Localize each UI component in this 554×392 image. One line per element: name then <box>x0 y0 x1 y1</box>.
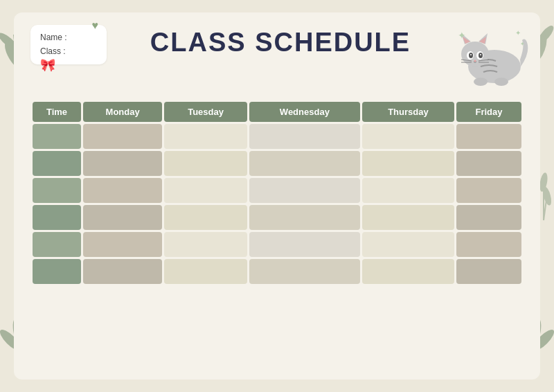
cell-tuesday-1[interactable] <box>164 124 247 149</box>
cell-tuesday-3[interactable] <box>164 178 247 203</box>
cell-friday-3[interactable] <box>456 178 521 203</box>
cell-thursday-5[interactable] <box>362 232 454 257</box>
heart-icon: ♥ <box>92 19 99 32</box>
cell-thursday-3[interactable] <box>362 178 454 203</box>
cell-wednesday-3[interactable] <box>249 178 360 203</box>
cell-thursday-6[interactable] <box>362 259 454 284</box>
page-title: CLASS SCHEDULE <box>107 25 454 57</box>
cell-wednesday-6[interactable] <box>249 259 360 284</box>
schedule-table: Time Monday Tuesday Wednesday Thursday F… <box>30 100 524 286</box>
cell-time-2[interactable] <box>33 151 81 176</box>
cell-tuesday-5[interactable] <box>164 232 247 257</box>
main-card: ♥ Name : Class : 🎀 CLASS SCHEDULE <box>14 12 540 380</box>
col-monday: Monday <box>83 102 162 122</box>
cell-monday-4[interactable] <box>83 205 162 230</box>
cell-time-3[interactable] <box>33 178 81 203</box>
cell-monday-2[interactable] <box>83 151 162 176</box>
cell-time-5[interactable] <box>33 232 81 257</box>
cell-thursday-1[interactable] <box>362 124 454 149</box>
cell-wednesday-5[interactable] <box>249 232 360 257</box>
bow-icon: 🎀 <box>40 57 55 73</box>
table-row <box>33 232 521 257</box>
table-header-row: Time Monday Tuesday Wednesday Thursday F… <box>33 102 521 122</box>
col-thursday: Thursday <box>362 102 454 122</box>
svg-text:✦: ✦ <box>515 29 521 37</box>
cat-illustration: ✦ ✦ ✦ <box>454 25 524 90</box>
cell-wednesday-1[interactable] <box>249 124 360 149</box>
cell-monday-6[interactable] <box>83 259 162 284</box>
header: ♥ Name : Class : 🎀 CLASS SCHEDULE <box>30 25 524 90</box>
cell-tuesday-4[interactable] <box>164 205 247 230</box>
cell-wednesday-2[interactable] <box>249 151 360 176</box>
table-row <box>33 151 521 176</box>
cell-monday-5[interactable] <box>83 232 162 257</box>
cell-friday-6[interactable] <box>456 259 521 284</box>
name-class-box: ♥ Name : Class : 🎀 <box>30 25 107 64</box>
cell-friday-4[interactable] <box>456 205 521 230</box>
col-tuesday: Tuesday <box>164 102 247 122</box>
name-label: Name : <box>40 30 97 44</box>
cell-monday-3[interactable] <box>83 178 162 203</box>
col-friday: Friday <box>456 102 521 122</box>
svg-text:✦: ✦ <box>458 30 466 41</box>
cell-time-6[interactable] <box>33 259 81 284</box>
cell-time-4[interactable] <box>33 205 81 230</box>
cell-thursday-4[interactable] <box>362 205 454 230</box>
table-row <box>33 124 521 149</box>
svg-point-55 <box>474 78 488 86</box>
cell-friday-1[interactable] <box>456 124 521 149</box>
svg-text:✦: ✦ <box>520 41 525 47</box>
table-row <box>33 178 521 203</box>
cell-thursday-2[interactable] <box>362 151 454 176</box>
class-label: Class : <box>40 44 97 58</box>
cell-time-1[interactable] <box>33 124 81 149</box>
cell-monday-1[interactable] <box>83 124 162 149</box>
svg-point-48 <box>470 54 472 55</box>
col-wednesday: Wednesday <box>249 102 360 122</box>
svg-point-49 <box>480 54 481 55</box>
cell-wednesday-4[interactable] <box>249 205 360 230</box>
table-row <box>33 205 521 230</box>
cell-friday-2[interactable] <box>456 151 521 176</box>
cell-friday-5[interactable] <box>456 232 521 257</box>
col-time: Time <box>33 102 81 122</box>
cell-tuesday-6[interactable] <box>164 259 247 284</box>
cell-tuesday-2[interactable] <box>164 151 247 176</box>
background: ♥ Name : Class : 🎀 CLASS SCHEDULE <box>0 0 554 392</box>
table-row <box>33 259 521 284</box>
svg-point-56 <box>494 78 508 86</box>
